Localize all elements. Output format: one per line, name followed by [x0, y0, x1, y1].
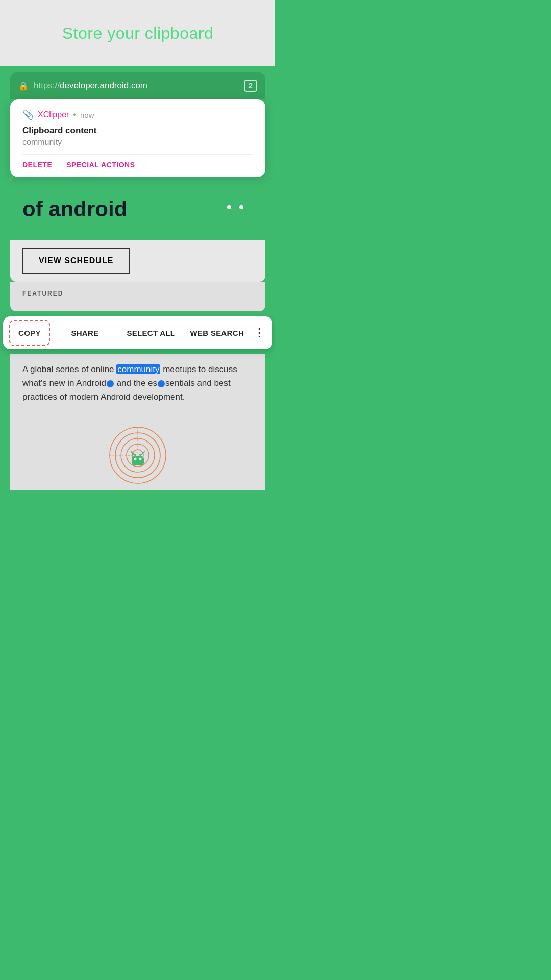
copy-button[interactable]: COPY: [9, 320, 50, 346]
svg-line-6: [243, 191, 249, 195]
article-highlighted-word: community: [116, 364, 160, 374]
radar-area: [10, 412, 265, 490]
android-card: of android VIEW SCHEDULE: [10, 175, 265, 282]
web-search-button[interactable]: WEB SEARCH: [184, 316, 250, 349]
article-text: A global series of online community meet…: [10, 354, 265, 412]
svg-point-7: [110, 427, 166, 483]
featured-section: FEATURED: [10, 282, 265, 311]
svg-point-20: [139, 454, 141, 456]
special-actions-button[interactable]: SPECIAL ACTIONS: [66, 161, 135, 169]
article-text-part3: and the es: [114, 378, 157, 388]
notification-actions: DELETE SPECIAL ACTIONS: [22, 154, 253, 169]
view-schedule-button[interactable]: VIEW SCHEDULE: [22, 248, 130, 274]
notification-header: 📎 XClipper • now: [22, 109, 253, 120]
svg-rect-2: [221, 202, 249, 218]
svg-rect-14: [132, 456, 144, 465]
url-protocol: https://: [34, 81, 60, 90]
article-text-part1: A global series of online: [22, 364, 116, 374]
selection-handle-left: [107, 380, 114, 387]
tab-count-badge[interactable]: 2: [244, 80, 257, 92]
browser-bar-area: 🔒 https://developer.android.com 2: [0, 66, 276, 99]
url-display: https://developer.android.com: [34, 81, 239, 91]
main-content: of android VIEW SCHEDULE: [0, 175, 276, 282]
share-button[interactable]: SHARE: [52, 316, 118, 349]
notification-content: community: [22, 138, 253, 147]
android-hero: of android: [10, 175, 265, 240]
more-options-icon[interactable]: ⋮: [250, 326, 268, 339]
context-menu-bar: COPY SHARE SELECT ALL WEB SEARCH ⋮: [3, 316, 272, 349]
svg-point-3: [227, 205, 231, 209]
svg-line-5: [221, 191, 228, 195]
radar-graphic: [107, 425, 168, 486]
notification-app-name: XClipper: [38, 110, 69, 119]
notification-title: Clipboard content: [22, 126, 253, 136]
selection-handle-right: [158, 380, 165, 387]
svg-point-15: [134, 457, 137, 460]
svg-point-4: [239, 205, 243, 209]
svg-point-16: [139, 457, 142, 460]
select-all-button[interactable]: SELECT ALL: [118, 316, 184, 349]
android-hero-text: of android: [22, 199, 127, 220]
featured-label: FEATURED: [22, 290, 253, 297]
url-domain: developer.android.com: [60, 81, 147, 90]
notification-card: 📎 XClipper • now Clipboard content commu…: [10, 99, 265, 177]
browser-bar[interactable]: 🔒 https://developer.android.com 2: [10, 72, 265, 99]
notification-separator: •: [73, 110, 76, 119]
xclipper-icon: 📎: [22, 109, 34, 120]
top-section: Store your clipboard: [0, 0, 276, 66]
android-robot-icon: [217, 190, 253, 228]
lock-icon: 🔒: [18, 81, 29, 91]
delete-button[interactable]: DELETE: [22, 161, 52, 169]
page-title: Store your clipboard: [62, 24, 213, 43]
notification-time: now: [80, 111, 94, 119]
svg-point-19: [134, 454, 136, 456]
